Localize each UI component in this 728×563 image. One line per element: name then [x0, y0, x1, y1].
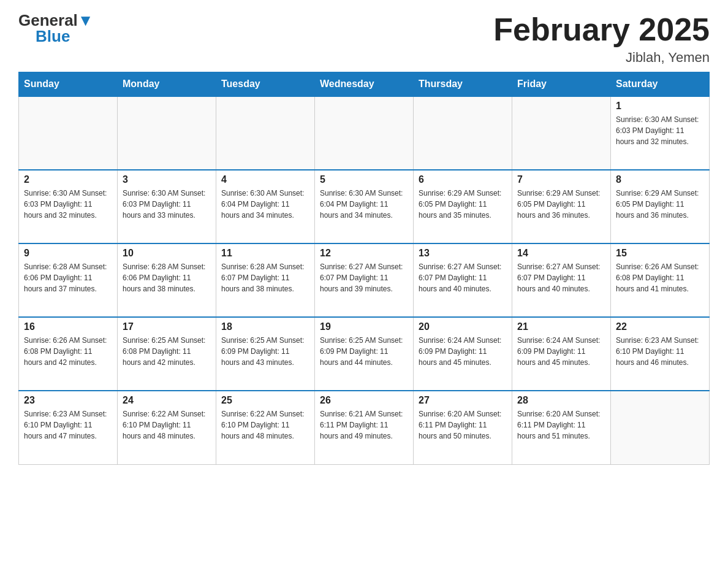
table-row: 17Sunrise: 6:25 AM Sunset: 6:08 PM Dayli… [118, 317, 216, 391]
logo-top-row: General▼ [18, 12, 94, 28]
day-number: 4 [221, 174, 309, 185]
table-row: 9Sunrise: 6:28 AM Sunset: 6:06 PM Daylig… [19, 243, 118, 317]
table-row: 8Sunrise: 6:29 AM Sunset: 6:05 PM Daylig… [611, 170, 710, 243]
table-row [315, 96, 414, 170]
table-row: 16Sunrise: 6:26 AM Sunset: 6:08 PM Dayli… [19, 317, 118, 391]
table-row: 11Sunrise: 6:28 AM Sunset: 6:07 PM Dayli… [216, 243, 315, 317]
table-row: 3Sunrise: 6:30 AM Sunset: 6:03 PM Daylig… [118, 170, 216, 243]
table-row: 25Sunrise: 6:22 AM Sunset: 6:10 PM Dayli… [216, 391, 315, 464]
day-info: Sunrise: 6:29 AM Sunset: 6:05 PM Dayligh… [616, 188, 704, 221]
table-row: 20Sunrise: 6:24 AM Sunset: 6:09 PM Dayli… [414, 317, 512, 391]
calendar-week-4: 16Sunrise: 6:26 AM Sunset: 6:08 PM Dayli… [19, 317, 710, 391]
title-section: February 2025 Jiblah, Yemen [493, 12, 710, 66]
table-row: 28Sunrise: 6:20 AM Sunset: 6:11 PM Dayli… [512, 391, 611, 464]
day-info: Sunrise: 6:23 AM Sunset: 6:10 PM Dayligh… [24, 408, 112, 442]
day-info: Sunrise: 6:29 AM Sunset: 6:05 PM Dayligh… [419, 188, 507, 221]
day-number: 20 [419, 321, 507, 332]
table-row: 10Sunrise: 6:28 AM Sunset: 6:06 PM Dayli… [118, 243, 216, 317]
table-row: 18Sunrise: 6:25 AM Sunset: 6:09 PM Dayli… [216, 317, 315, 391]
header-friday: Friday [512, 72, 611, 97]
day-number: 6 [419, 174, 507, 185]
table-row: 15Sunrise: 6:26 AM Sunset: 6:08 PM Dayli… [611, 243, 710, 317]
day-info: Sunrise: 6:30 AM Sunset: 6:03 PM Dayligh… [123, 188, 211, 221]
day-number: 25 [221, 395, 309, 406]
table-row: 26Sunrise: 6:21 AM Sunset: 6:11 PM Dayli… [315, 391, 414, 464]
table-row: 23Sunrise: 6:23 AM Sunset: 6:10 PM Dayli… [19, 391, 118, 464]
table-row: 4Sunrise: 6:30 AM Sunset: 6:04 PM Daylig… [216, 170, 315, 243]
day-info: Sunrise: 6:25 AM Sunset: 6:09 PM Dayligh… [320, 335, 408, 368]
table-row: 6Sunrise: 6:29 AM Sunset: 6:05 PM Daylig… [414, 170, 512, 243]
day-info: Sunrise: 6:30 AM Sunset: 6:03 PM Dayligh… [616, 114, 704, 147]
header-wednesday: Wednesday [315, 72, 414, 97]
table-row: 22Sunrise: 6:23 AM Sunset: 6:10 PM Dayli… [611, 317, 710, 391]
day-info: Sunrise: 6:28 AM Sunset: 6:07 PM Dayligh… [221, 261, 309, 294]
day-number: 14 [517, 248, 605, 259]
table-row: 21Sunrise: 6:24 AM Sunset: 6:09 PM Dayli… [512, 317, 611, 391]
calendar-week-2: 2Sunrise: 6:30 AM Sunset: 6:03 PM Daylig… [19, 170, 710, 243]
table-row: 5Sunrise: 6:30 AM Sunset: 6:04 PM Daylig… [315, 170, 414, 243]
day-number: 16 [24, 321, 112, 332]
logo-arrow-icon: ▼ [78, 11, 94, 29]
day-number: 1 [616, 101, 704, 112]
table-row: 13Sunrise: 6:27 AM Sunset: 6:07 PM Dayli… [414, 243, 512, 317]
day-number: 9 [24, 248, 112, 259]
logo-bottom-row: Blue [18, 28, 70, 44]
day-number: 10 [123, 248, 211, 259]
day-number: 2 [24, 174, 112, 185]
day-number: 7 [517, 174, 605, 185]
header-thursday: Thursday [414, 72, 512, 97]
day-info: Sunrise: 6:22 AM Sunset: 6:10 PM Dayligh… [221, 408, 309, 442]
calendar-table: Sunday Monday Tuesday Wednesday Thursday… [18, 72, 710, 465]
day-number: 11 [221, 248, 309, 259]
day-number: 15 [616, 248, 704, 259]
day-info: Sunrise: 6:24 AM Sunset: 6:09 PM Dayligh… [419, 335, 507, 368]
table-row: 12Sunrise: 6:27 AM Sunset: 6:07 PM Dayli… [315, 243, 414, 317]
day-number: 26 [320, 395, 408, 406]
day-info: Sunrise: 6:27 AM Sunset: 6:07 PM Dayligh… [419, 261, 507, 294]
header-monday: Monday [118, 72, 216, 97]
calendar-header-row: Sunday Monday Tuesday Wednesday Thursday… [19, 72, 710, 97]
table-row [216, 96, 315, 170]
day-info: Sunrise: 6:29 AM Sunset: 6:05 PM Dayligh… [517, 188, 605, 221]
day-number: 24 [123, 395, 211, 406]
day-info: Sunrise: 6:28 AM Sunset: 6:06 PM Dayligh… [24, 261, 112, 294]
page-header: General▼ Blue February 2025 Jiblah, Yeme… [18, 12, 710, 66]
day-number: 3 [123, 174, 211, 185]
day-info: Sunrise: 6:30 AM Sunset: 6:04 PM Dayligh… [320, 188, 408, 221]
day-info: Sunrise: 6:28 AM Sunset: 6:06 PM Dayligh… [123, 261, 211, 294]
table-row [611, 391, 710, 464]
calendar-week-1: 1Sunrise: 6:30 AM Sunset: 6:03 PM Daylig… [19, 96, 710, 170]
day-info: Sunrise: 6:30 AM Sunset: 6:04 PM Dayligh… [221, 188, 309, 221]
day-info: Sunrise: 6:27 AM Sunset: 6:07 PM Dayligh… [517, 261, 605, 294]
table-row [19, 96, 118, 170]
day-number: 12 [320, 248, 408, 259]
day-number: 18 [221, 321, 309, 332]
table-row [414, 96, 512, 170]
logo-blue-text: Blue [36, 27, 70, 45]
day-info: Sunrise: 6:25 AM Sunset: 6:09 PM Dayligh… [221, 335, 309, 368]
header-sunday: Sunday [19, 72, 118, 97]
logo: General▼ Blue [18, 12, 94, 44]
day-info: Sunrise: 6:27 AM Sunset: 6:07 PM Dayligh… [320, 261, 408, 294]
day-number: 8 [616, 174, 704, 185]
day-number: 13 [419, 248, 507, 259]
day-number: 22 [616, 321, 704, 332]
day-info: Sunrise: 6:25 AM Sunset: 6:08 PM Dayligh… [123, 335, 211, 368]
day-number: 23 [24, 395, 112, 406]
table-row [118, 96, 216, 170]
calendar-week-5: 23Sunrise: 6:23 AM Sunset: 6:10 PM Dayli… [19, 391, 710, 464]
day-number: 28 [517, 395, 605, 406]
table-row: 27Sunrise: 6:20 AM Sunset: 6:11 PM Dayli… [414, 391, 512, 464]
calendar-week-3: 9Sunrise: 6:28 AM Sunset: 6:06 PM Daylig… [19, 243, 710, 317]
location: Jiblah, Yemen [493, 50, 710, 66]
table-row: 19Sunrise: 6:25 AM Sunset: 6:09 PM Dayli… [315, 317, 414, 391]
day-number: 5 [320, 174, 408, 185]
day-info: Sunrise: 6:22 AM Sunset: 6:10 PM Dayligh… [123, 408, 211, 442]
day-info: Sunrise: 6:24 AM Sunset: 6:09 PM Dayligh… [517, 335, 605, 368]
header-tuesday: Tuesday [216, 72, 315, 97]
table-row: 14Sunrise: 6:27 AM Sunset: 6:07 PM Dayli… [512, 243, 611, 317]
day-info: Sunrise: 6:20 AM Sunset: 6:11 PM Dayligh… [419, 408, 507, 442]
day-info: Sunrise: 6:30 AM Sunset: 6:03 PM Dayligh… [24, 188, 112, 221]
day-number: 17 [123, 321, 211, 332]
day-info: Sunrise: 6:26 AM Sunset: 6:08 PM Dayligh… [24, 335, 112, 368]
